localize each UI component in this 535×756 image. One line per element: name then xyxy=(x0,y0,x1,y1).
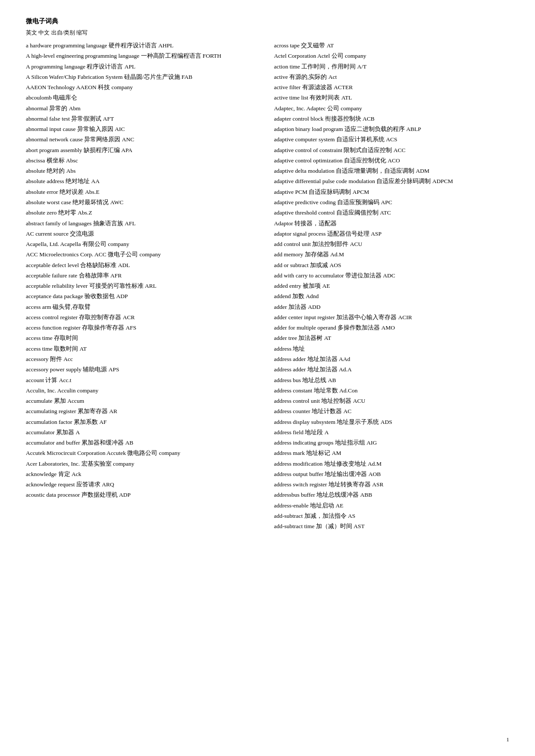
list-item: Actel Corporation Actel 公司 company xyxy=(274,51,510,61)
list-item: adaptive control optimization 自适应控制优化 AC… xyxy=(274,156,510,165)
left-column: a hardware programming language 硬件程序设计语言… xyxy=(26,41,261,532)
column-header: 英文 中文 出自/类别 缩写 xyxy=(26,29,509,37)
list-item: address constant 地址常数 Ad.Con xyxy=(274,386,510,395)
list-item: accumulator 累加器 A xyxy=(26,428,261,437)
list-item: add with carry to accumulator 带进位加法器 ADC xyxy=(274,271,510,280)
list-item: acknowledge 肯定 Ack xyxy=(26,470,261,479)
list-item: accumulate 累加 Accum xyxy=(26,396,261,406)
list-item: adaptive delta modulation 自适应增量调制，自适应调制 … xyxy=(274,166,510,176)
list-item: adaptive predictive coding 自适应预测编码 APC xyxy=(274,198,510,207)
list-item: a hardware programming language 硬件程序设计语言… xyxy=(26,41,261,50)
list-item: adaptive threshold control 自适应阈值控制 ATC xyxy=(274,208,510,218)
list-item: Acer Laboratories, Inc. 宏基实验室 company xyxy=(26,459,261,469)
list-item: add memory 加存储器 Ad.M xyxy=(274,250,510,259)
list-item: address bus 地址总线 AB xyxy=(274,376,510,385)
list-item: acceptance data package 验收数据包 ADP xyxy=(26,292,261,301)
right-column: across tape 交叉磁带 ATActel Corporation Act… xyxy=(274,41,510,532)
list-item: added entry 被加项 AE xyxy=(274,281,510,291)
list-item: address field 地址段 A xyxy=(274,428,510,437)
list-item: access time 存取时间 xyxy=(26,333,261,343)
list-item: absolute worst case 绝对最坏情况 AWC xyxy=(26,198,261,207)
list-item: adder tree 加法器树 AT xyxy=(274,333,510,343)
list-item: A high-level engineering programming lan… xyxy=(26,51,261,61)
list-item: address switch register 地址转换寄存器 ASR xyxy=(274,480,510,489)
list-item: accessory power supply 辅助电源 APS xyxy=(26,365,261,374)
list-item: accumulator and buffer 累加器和缓冲器 AB xyxy=(26,438,261,448)
list-item: address counter 地址计数器 AC xyxy=(274,407,510,416)
list-item: accumulating register 累加寄存器 AR xyxy=(26,407,261,416)
list-item: across tape 交叉磁带 AT xyxy=(274,41,510,50)
list-item: adder 加法器 ADD xyxy=(274,302,510,312)
list-item: AC current source 交流电源 xyxy=(26,229,261,239)
list-item: address control unit 地址控制器 ACU xyxy=(274,396,510,406)
list-item: accessory 附件 Acc xyxy=(26,355,261,364)
list-item: acoustic data processor 声数据处理机 ADP xyxy=(26,490,261,500)
list-item: abscissa 横坐标 Absc xyxy=(26,156,261,165)
list-item: adaptive computer system 自适应计算机系统 ACS xyxy=(274,135,510,144)
list-item: add-subtract time 加（减）时间 AST xyxy=(274,522,510,531)
list-item: address adder 地址加法器 AAd xyxy=(274,355,510,364)
list-item: address display subsystem 地址显示子系统 ADS xyxy=(274,417,510,427)
list-item: address-enable 地址启动 AE xyxy=(274,501,510,510)
list-item: absolute 绝对的 Abs xyxy=(26,166,261,176)
list-item: add or subtract 加或减 AOS xyxy=(274,261,510,270)
list-item: Accutek Microcircuit Corporation Accutek… xyxy=(26,448,261,458)
list-item: absolute address 绝对地址 AA xyxy=(26,177,261,186)
list-item: account 计算 Acc.t xyxy=(26,376,261,385)
list-item: adder for multiple operand 多操作数加法器 AMO xyxy=(274,323,510,333)
list-item: absolute zero 绝对零 Abs.Z xyxy=(26,208,261,218)
list-item: abnormal network cause 异常网络原因 ANC xyxy=(26,135,261,144)
list-item: acceptable failure rate 合格故障率 AFR xyxy=(26,271,261,280)
list-item: adder center input register 加法器中心输入寄存器 A… xyxy=(274,313,510,322)
list-item: address adder 地址加法器 Ad.A xyxy=(274,365,510,374)
list-item: access arm 磁头臂,存取臂 xyxy=(26,302,261,312)
list-item: accumulation factor 累加系数 AF xyxy=(26,417,261,427)
list-item: Acculin, Inc. Acculin company xyxy=(26,386,261,395)
list-item: abort program assembly 缺损程序汇编 APA xyxy=(26,146,261,155)
list-item: address modification 地址修改变地址 Ad.M xyxy=(274,459,510,469)
list-item: access control register 存取控制寄存器 ACR xyxy=(26,313,261,322)
list-item: adaption binary load program 适应二进制负载的程序 … xyxy=(274,124,510,134)
list-item: active filter 有源滤波器 ACTER xyxy=(274,83,510,92)
list-item: add control unit 加法控制部件 ACU xyxy=(274,240,510,249)
list-item: action time 工作时间，作用时间 A/T xyxy=(274,62,510,72)
list-item: acknowledge request 应答请求 ARQ xyxy=(26,480,261,489)
list-item: addend 加数 Adnd xyxy=(274,292,510,301)
list-item: abnormal false test 异常假测试 AFT xyxy=(26,114,261,124)
list-item: add-subtract 加减，加法指令 AS xyxy=(274,511,510,521)
list-item: A programming language 程序设计语言 APL xyxy=(26,62,261,72)
page-number: 1 xyxy=(507,736,510,743)
list-item: abnormal input cause 异常输入原因 AIC xyxy=(26,124,261,134)
page-title: 微电子词典 xyxy=(26,17,509,25)
list-item: address indicating groups 地址指示组 AIG xyxy=(274,438,510,448)
list-item: AAEON Technology AAEON 科技 company xyxy=(26,83,261,92)
list-item: address output buffer 地址输出缓冲器 AOB xyxy=(274,470,510,479)
list-item: abnormal 异常的 Abm xyxy=(26,104,261,113)
list-item: Adaptec, Inc. Adaptec 公司 company xyxy=(274,104,510,113)
list-item: address mark 地址标记 AM xyxy=(274,448,510,458)
list-item: adaptive control of constraint 限制式自适应控制 … xyxy=(274,146,510,155)
list-item: active 有源的,实际的 Act xyxy=(274,72,510,82)
list-item: address 地址 xyxy=(274,344,510,354)
list-item: Acapella, Ltd. Acapella 有限公司 company xyxy=(26,240,261,249)
list-item: addressbus buffer 地址总线缓冲器 ABB xyxy=(274,490,510,500)
list-item: adaptor signal process 适配器信号处理 ASP xyxy=(274,229,510,239)
list-item: absolute error 绝对误差 Abs.E xyxy=(26,187,261,197)
list-item: adapter control block 衔接器控制块 ACB xyxy=(274,114,510,124)
list-item: abstract family of languages 抽象语言族 AFL xyxy=(26,219,261,228)
list-item: ACC Microelectronics Corp. ACC 微电子公司 com… xyxy=(26,250,261,259)
list-item: access time 取数时间 AT xyxy=(26,344,261,354)
list-item: adaptive differential pulse code modulat… xyxy=(274,177,510,186)
list-item: active time list 有效时间表 ATL xyxy=(274,93,510,103)
list-item: Adaptor 转接器，适配器 xyxy=(274,219,510,228)
list-item: acceptable reliability lever 可接受的可靠性标准 A… xyxy=(26,281,261,291)
list-item: acceptable defect level 合格缺陷标准 ADL xyxy=(26,261,261,270)
list-item: abcoulomb 电磁库仑 xyxy=(26,93,261,103)
list-item: access function register 存取操作寄存器 AFS xyxy=(26,323,261,333)
list-item: adaptive PCM 自适应脉码调制 APCM xyxy=(274,187,510,197)
list-item: A Silicon Wafer/Chip Fabrication System … xyxy=(26,72,261,82)
